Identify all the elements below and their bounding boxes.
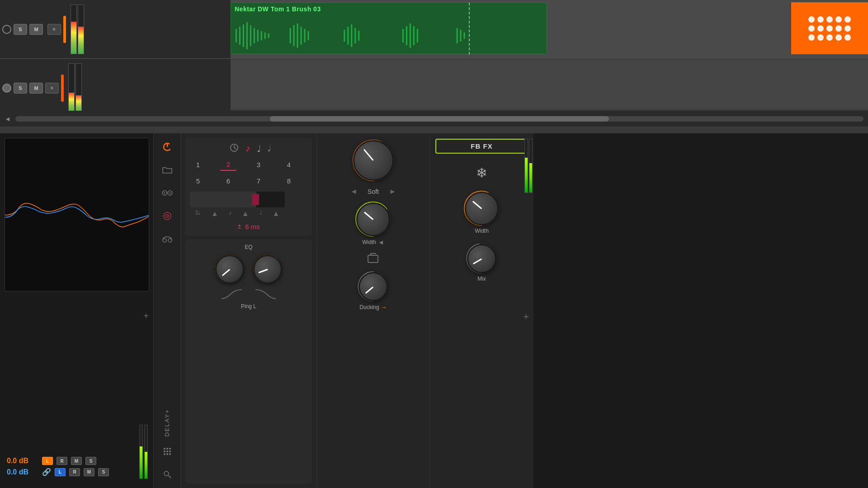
soft-knob[interactable] bbox=[353, 140, 394, 181]
level-M-btn-orange[interactable]: M bbox=[71, 457, 82, 465]
plugin-area: + 0.0 dB L R M S 0.0 dB 🔗 L R M S bbox=[0, 133, 868, 488]
svg-rect-4 bbox=[250, 25, 251, 46]
scroll-left-arrow[interactable]: ◄ bbox=[5, 115, 11, 122]
track1-meter-l bbox=[71, 5, 77, 54]
track-row-1: S M ≡ bbox=[0, 0, 231, 59]
track2-menu[interactable]: ≡ bbox=[45, 83, 59, 94]
soft-knob-container bbox=[353, 140, 394, 181]
vu-meter-l bbox=[139, 425, 143, 479]
note-icon-beamed[interactable]: ♪ bbox=[245, 143, 250, 155]
analyzer-canvas bbox=[5, 138, 149, 291]
level-S-btn-blue[interactable]: S bbox=[98, 468, 109, 476]
fbfx-width-label: Width bbox=[475, 228, 489, 234]
arrow-up-2[interactable]: ▲ bbox=[242, 210, 249, 218]
num-btn-2[interactable]: 2 bbox=[220, 158, 236, 171]
svg-rect-0 bbox=[236, 29, 237, 42]
eq-knob-2[interactable] bbox=[253, 255, 282, 284]
scrollbar-track[interactable] bbox=[15, 116, 863, 122]
fbfx-vu-r bbox=[529, 139, 533, 193]
level-R-btn-orange[interactable]: R bbox=[57, 457, 67, 465]
num-btn-5[interactable]: 5 bbox=[190, 174, 206, 187]
num-btn-7[interactable]: 7 bbox=[250, 174, 267, 187]
waveform-area-2 bbox=[231, 59, 868, 109]
track1-m-btn[interactable]: M bbox=[29, 24, 43, 35]
svg-point-47 bbox=[169, 453, 171, 455]
svg-rect-1 bbox=[239, 27, 241, 45]
num-btn-8[interactable]: 8 bbox=[281, 174, 297, 187]
svg-rect-5 bbox=[254, 28, 255, 43]
level-M-btn-blue[interactable]: M bbox=[84, 468, 94, 476]
folder-icon bbox=[162, 166, 172, 174]
track1-s-btn[interactable]: S bbox=[14, 24, 27, 35]
ducking-knob[interactable] bbox=[359, 272, 388, 301]
width-arrow-left[interactable]: ◄ bbox=[378, 239, 384, 246]
fbfx-mix-wrapper bbox=[467, 244, 496, 273]
link-icon[interactable]: 🔗 bbox=[42, 468, 51, 476]
num-btn-6[interactable]: 6 bbox=[220, 174, 236, 187]
fbfx-width-knob[interactable] bbox=[465, 192, 499, 225]
track1-power[interactable] bbox=[2, 25, 11, 34]
snowflake-btn[interactable]: ❄ bbox=[471, 161, 493, 184]
svg-rect-13 bbox=[301, 27, 302, 45]
scrollbar-thumb[interactable] bbox=[270, 116, 609, 122]
link-btn[interactable] bbox=[159, 185, 175, 201]
number-grid: 1 2 3 4 5 6 7 8 bbox=[190, 158, 307, 187]
svg-rect-23 bbox=[410, 23, 411, 48]
ducking-mix-row: Ducking → bbox=[321, 272, 425, 311]
sync-row bbox=[367, 253, 380, 265]
width-knob[interactable] bbox=[356, 202, 390, 236]
fbfx-vu-meters bbox=[524, 138, 533, 483]
sync-back-icon[interactable] bbox=[367, 253, 380, 265]
analyzer-plus-btn[interactable]: + bbox=[143, 311, 149, 321]
radio-btn[interactable] bbox=[159, 208, 175, 224]
radio-icon bbox=[162, 211, 172, 221]
track2-m-btn[interactable]: M bbox=[29, 83, 43, 94]
svg-rect-19 bbox=[354, 28, 356, 43]
dots-btn[interactable] bbox=[159, 443, 175, 460]
note-icon-quarter[interactable]: ♩ bbox=[257, 143, 261, 155]
delay-main-panel: ♪ ♩ 𝅗𝅥 1 2 3 4 5 6 7 8 3♩ bbox=[181, 133, 316, 488]
soft-right-arrow[interactable]: ► bbox=[389, 188, 396, 196]
fbfx-mix-knob[interactable] bbox=[467, 244, 496, 273]
ping-label: Ping L bbox=[190, 303, 307, 310]
logo-dot bbox=[844, 16, 851, 23]
svg-rect-26 bbox=[457, 28, 458, 43]
level-R-btn-blue[interactable]: R bbox=[69, 468, 80, 476]
key-btn[interactable] bbox=[159, 466, 175, 483]
eq-knob-1[interactable] bbox=[215, 255, 244, 284]
waveform-clip-1[interactable]: Nektar DW Tom 1 Brush 03 bbox=[231, 2, 547, 54]
note-icon-clock[interactable] bbox=[230, 143, 239, 155]
width-label: Width bbox=[362, 239, 376, 245]
eq-curve-1 bbox=[219, 287, 244, 301]
track1-menu[interactable]: ≡ bbox=[47, 24, 61, 35]
fbfx-mix-knob-container: Mix bbox=[467, 244, 496, 282]
level-S-btn-orange[interactable]: S bbox=[85, 457, 96, 465]
track2-s-btn[interactable]: S bbox=[14, 83, 27, 94]
track2-power[interactable] bbox=[2, 84, 11, 93]
headphone-btn[interactable] bbox=[159, 231, 175, 247]
eq-section: EQ bbox=[185, 239, 312, 483]
level-L-btn-blue[interactable]: L bbox=[55, 468, 66, 476]
arrow-up-1[interactable]: ▲ bbox=[211, 210, 218, 218]
num-btn-3[interactable]: 3 bbox=[250, 158, 267, 171]
num-btn-4[interactable]: 4 bbox=[281, 158, 297, 171]
delay-slider[interactable] bbox=[190, 192, 285, 207]
width-label-row: Width ◄ bbox=[362, 239, 384, 246]
level-L-btn-orange[interactable]: L bbox=[42, 457, 53, 465]
svg-rect-9 bbox=[268, 33, 269, 38]
soft-label: Soft bbox=[362, 188, 385, 195]
power-btn[interactable] bbox=[159, 139, 175, 155]
arrow-up-3[interactable]: ▲ bbox=[273, 210, 280, 218]
svg-point-43 bbox=[166, 450, 168, 452]
level-row-orange: 0.0 dB L R M S bbox=[7, 457, 146, 465]
logo-dot bbox=[826, 34, 833, 41]
folder-btn[interactable] bbox=[159, 162, 175, 178]
logo-dot bbox=[808, 34, 815, 41]
svg-point-45 bbox=[164, 453, 165, 455]
svg-point-35 bbox=[164, 212, 171, 220]
track-controls-area: S M ≡ S M ≡ bbox=[0, 0, 231, 127]
fbfx-width-knob-container: Width bbox=[465, 192, 499, 234]
soft-left-arrow[interactable]: ◄ bbox=[350, 188, 358, 196]
delay-offset: ± 6 ms bbox=[190, 222, 307, 230]
num-btn-1[interactable]: 1 bbox=[190, 158, 206, 171]
